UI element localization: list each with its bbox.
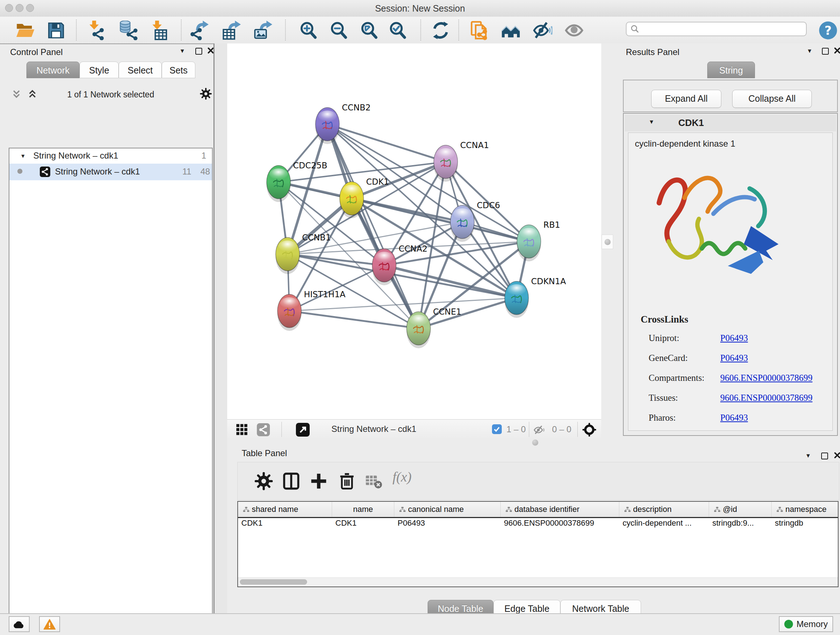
- network-edge-CCNA2-HIST1H1A[interactable]: [289, 265, 384, 311]
- search-input[interactable]: [639, 24, 797, 34]
- cloud-icon: [13, 619, 26, 629]
- expand-all-button[interactable]: Expand All: [651, 90, 722, 108]
- results-panel-collapse-icon[interactable]: ▼: [807, 48, 813, 54]
- search-field[interactable]: [626, 22, 807, 36]
- network-canvas[interactable]: CCNB2CCNA1CDC25BCDK1CDC6RB1CCNB1CCNA2CDK…: [227, 43, 601, 419]
- copy-document-icon[interactable]: [470, 21, 489, 40]
- network-view-title: String Network – cdk1: [332, 424, 416, 434]
- column-header-namespace[interactable]: namespace: [772, 502, 838, 517]
- show-columns-icon[interactable]: [282, 472, 301, 491]
- selected-checkbox-icon[interactable]: [492, 424, 502, 434]
- zoom-selected-icon[interactable]: [388, 21, 408, 40]
- network-row-selected[interactable]: String Network – cdk1 11 48: [9, 164, 212, 180]
- tab-string[interactable]: String: [707, 62, 755, 78]
- section-collapse-icon[interactable]: ▼: [649, 119, 654, 125]
- table-settings-gear-icon[interactable]: [254, 472, 273, 491]
- detach-view-icon[interactable]: [296, 423, 309, 437]
- houses-icon[interactable]: [501, 21, 521, 40]
- import-table-file-icon[interactable]: [148, 21, 167, 40]
- table-cell-canonical-name[interactable]: P06493: [394, 518, 500, 531]
- scrollbar-handle[interactable]: [240, 579, 307, 585]
- create-column-plus-icon[interactable]: [309, 472, 328, 491]
- crosslink-link[interactable]: 9606.ENSP00000378699: [720, 393, 813, 403]
- export-table-icon[interactable]: [222, 21, 241, 40]
- zoom-in-icon[interactable]: [299, 21, 318, 40]
- crosslink-label: Tissues:: [649, 393, 678, 403]
- network-node-CDK1[interactable]: CDK1: [340, 177, 389, 218]
- control-panel-float-icon[interactable]: [195, 48, 202, 55]
- save-session-icon[interactable]: [46, 21, 66, 40]
- warnings-button[interactable]: [39, 616, 60, 632]
- window-title: Session: New Session: [0, 3, 840, 14]
- network-selector-bar: 1 of 1 Network selected: [9, 84, 213, 104]
- column-header-database-identifier[interactable]: database identifier: [501, 502, 619, 517]
- crosslink-link[interactable]: P06493: [720, 333, 748, 343]
- network-node-HIST1H1A[interactable]: HIST1H1A: [278, 290, 346, 331]
- column-header-shared-name[interactable]: shared name: [238, 502, 332, 517]
- table-cell-namespace[interactable]: stringdb: [772, 518, 838, 531]
- network-edge-CCNB2-CCNA1[interactable]: [327, 124, 446, 162]
- column-header-name[interactable]: name: [332, 502, 394, 517]
- node-table[interactable]: shared namenamecanonical namedatabase id…: [237, 501, 838, 587]
- toolbar-separator: [76, 19, 77, 41]
- crosshair-icon[interactable]: [583, 423, 596, 437]
- automation-cloud-button[interactable]: [9, 616, 30, 632]
- collapse-all-button[interactable]: Collapse All: [732, 90, 812, 108]
- table-cell-description[interactable]: cyclin-dependent ...: [619, 518, 709, 531]
- splitter-dot[interactable]: [532, 440, 538, 446]
- results-panel-close-icon[interactable]: [834, 48, 840, 54]
- table-panel-close-icon[interactable]: [834, 452, 840, 458]
- table-cell-database-identifier[interactable]: 9606.ENSP00000378699: [501, 518, 619, 531]
- gear-icon[interactable]: [200, 88, 212, 100]
- network-node-RB1[interactable]: RB1: [517, 220, 560, 261]
- crosslink-link[interactable]: P06493: [720, 353, 748, 363]
- table-h-scrollbar[interactable]: [238, 578, 838, 586]
- network-node-CCNA1[interactable]: CCNA1: [434, 141, 489, 182]
- export-image-icon[interactable]: [253, 21, 273, 40]
- memory-button[interactable]: Memory: [779, 616, 833, 632]
- results-panel-float-icon[interactable]: [822, 48, 829, 55]
- network-node-CCNE1[interactable]: CCNE1: [407, 307, 462, 348]
- import-network-file-icon[interactable]: [85, 21, 104, 40]
- control-panel-collapse-icon[interactable]: ▼: [180, 48, 185, 54]
- table-panel-collapse-icon[interactable]: ▼: [805, 453, 811, 459]
- export-network-icon[interactable]: [189, 21, 209, 40]
- table-cell-@id[interactable]: stringdb:9...: [709, 518, 771, 531]
- gene-section-header[interactable]: ▼ CDK1: [625, 115, 836, 131]
- network-node-CDKN1A[interactable]: CDKN1A: [505, 277, 566, 318]
- toolbar-separator: [420, 19, 421, 41]
- column-header-canonical-name[interactable]: canonical name: [394, 502, 501, 517]
- tab-network[interactable]: Network: [27, 62, 80, 78]
- network-edge-CCNB2-RB1[interactable]: [327, 124, 529, 241]
- splitter-handle[interactable]: [602, 234, 613, 249]
- open-session-icon[interactable]: [15, 21, 35, 40]
- crosslink-link[interactable]: 9606.ENSP00000378699: [720, 373, 813, 383]
- delete-column-trash-icon[interactable]: [338, 472, 356, 491]
- table-cell-shared-name[interactable]: CDK1: [238, 518, 332, 531]
- network-edge-HIST1H1A-CCNE1[interactable]: [289, 311, 418, 328]
- tree-expand-icon[interactable]: ▼: [20, 153, 26, 159]
- help-icon[interactable]: ?: [818, 21, 838, 40]
- table-panel-float-icon[interactable]: [821, 453, 828, 459]
- refresh-icon[interactable]: [431, 21, 450, 40]
- eye-slash-icon[interactable]: [533, 21, 553, 40]
- tab-sets[interactable]: Sets: [162, 62, 195, 78]
- control-panel-close-icon[interactable]: [208, 48, 214, 54]
- table-splitter[interactable]: [227, 439, 840, 446]
- column-header-description[interactable]: description: [619, 502, 709, 517]
- tab-select[interactable]: Select: [118, 62, 162, 78]
- control-panel-splitter[interactable]: [213, 43, 229, 613]
- node-label-CCNB2: CCNB2: [342, 103, 371, 112]
- node-label-CDC6: CDC6: [477, 201, 500, 210]
- table-cell-name[interactable]: CDK1: [332, 518, 394, 531]
- results-splitter[interactable]: [601, 43, 616, 439]
- crosslink-link[interactable]: P06493: [720, 413, 748, 423]
- zoom-out-icon[interactable]: [329, 21, 349, 40]
- column-header-@id[interactable]: @id: [709, 502, 772, 517]
- network-collection-row[interactable]: ▼ String Network – cdk1 1: [9, 149, 212, 164]
- share-view-icon[interactable]: [257, 423, 270, 436]
- import-network-database-icon[interactable]: [118, 21, 138, 40]
- grid-view-icon[interactable]: [236, 424, 248, 435]
- zoom-fit-icon[interactable]: [360, 21, 379, 40]
- tab-style[interactable]: Style: [80, 62, 118, 78]
